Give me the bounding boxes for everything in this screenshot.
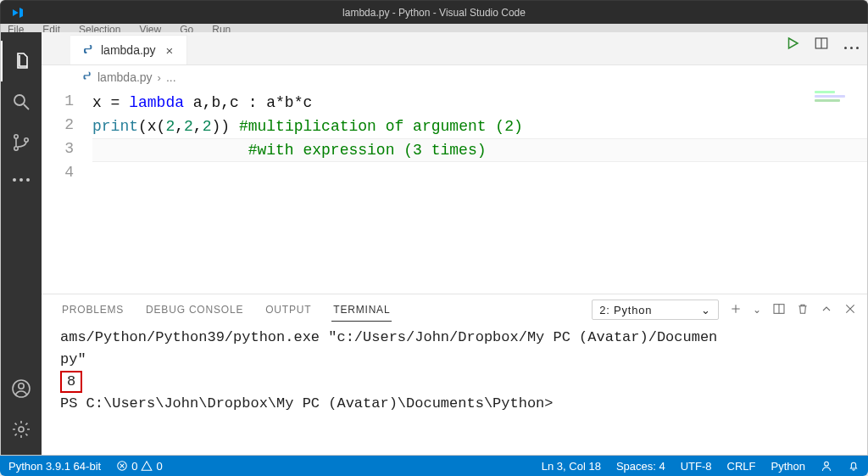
svg-point-2 — [14, 135, 18, 138]
settings-activity[interactable] — [1, 409, 42, 450]
split-terminal-button[interactable] — [772, 302, 786, 318]
tab-bar: lambda.py × — [42, 32, 867, 65]
chevron-right-icon: › — [158, 71, 161, 84]
breadcrumb-ellipsis: ... — [166, 70, 176, 84]
terminal-line: py" — [60, 351, 86, 367]
menu-bar: FileEditSelectionViewGoRun — [0, 24, 868, 32]
terminal-select[interactable]: 2: Python ⌄ — [592, 300, 719, 320]
code-line[interactable]: x = lambda a,b,c : a*b*c — [92, 91, 867, 115]
error-icon — [116, 460, 128, 472]
status-lang[interactable]: Python — [768, 460, 809, 473]
minimap[interactable] — [815, 91, 865, 125]
menu-blur: FileEditSelectionViewGoRun — [8, 24, 231, 32]
split-icon — [814, 36, 829, 51]
tab-label: lambda.py — [101, 43, 156, 57]
svg-point-8 — [86, 46, 86, 47]
svg-point-6 — [19, 384, 24, 389]
scm-activity[interactable] — [1, 122, 42, 163]
status-warnings-count: 0 — [156, 460, 162, 473]
vscode-logo-icon — [11, 6, 25, 20]
kill-terminal-button[interactable] — [796, 302, 810, 318]
panel-tab-output[interactable]: OUTPUT — [264, 299, 313, 321]
panel-tabs: PROBLEMS DEBUG CONSOLE OUTPUT TERMINAL 2… — [42, 294, 867, 325]
svg-point-4 — [25, 138, 28, 142]
panel: PROBLEMS DEBUG CONSOLE OUTPUT TERMINAL 2… — [42, 294, 867, 455]
svg-line-1 — [24, 104, 29, 109]
status-problems[interactable]: 0 0 — [113, 460, 165, 473]
line-gutter: 1234 — [42, 89, 82, 184]
maximize-panel-button[interactable] — [820, 302, 833, 318]
status-bar: Python 3.9.1 64-bit 0 0 Ln 3, Col 18 Spa… — [0, 456, 868, 476]
status-spaces[interactable]: Spaces: 4 — [613, 460, 669, 473]
panel-tab-problems[interactable]: PROBLEMS — [60, 299, 125, 321]
svg-point-14 — [825, 462, 829, 466]
plus-icon — [729, 302, 743, 316]
tab-close-button[interactable]: × — [163, 43, 177, 58]
code-line[interactable]: print(x(2,2,2)) #multiplication of argum… — [92, 115, 867, 138]
terminal[interactable]: ams/Python/Python39/python.exe "c:/Users… — [42, 325, 867, 455]
trash-icon — [796, 302, 810, 316]
python-file-icon — [81, 43, 94, 57]
terminal-output-highlight: 8 — [60, 371, 82, 393]
status-feedback[interactable] — [817, 460, 836, 472]
status-lncol[interactable]: Ln 3, Col 18 — [538, 460, 604, 473]
close-icon — [843, 302, 857, 316]
split-editor-button[interactable] — [814, 36, 829, 54]
chevron-up-icon — [820, 302, 833, 316]
search-icon — [11, 92, 31, 112]
window-title: lambda.py - Python - Visual Studio Code — [342, 7, 526, 19]
panel-actions: 2: Python ⌄ ⌄ — [592, 300, 867, 320]
code-line[interactable]: #with expression (3 times) — [92, 138, 867, 162]
gear-icon — [11, 419, 31, 440]
account-icon — [11, 378, 31, 399]
feedback-icon — [821, 460, 832, 472]
status-errors-count: 0 — [131, 460, 137, 473]
more-editor-actions[interactable] — [843, 37, 860, 53]
main-area: lambda.py × lambda.py — [42, 32, 867, 455]
accounts-activity[interactable] — [1, 368, 42, 409]
code-column[interactable]: x = lambda a,b,c : a*b*cprint(x(2,2,2)) … — [92, 91, 867, 186]
status-python[interactable]: Python 3.9.1 64-bit — [5, 460, 104, 473]
status-eol[interactable]: CRLF — [724, 460, 760, 473]
play-icon — [785, 36, 800, 51]
chevron-down-icon: ⌄ — [701, 304, 711, 316]
svg-point-3 — [14, 147, 18, 150]
python-file-icon — [81, 70, 92, 85]
run-button[interactable] — [785, 36, 800, 54]
terminal-line: ams/Python/Python39/python.exe "c:/Users… — [60, 329, 717, 345]
status-notifications[interactable] — [844, 460, 863, 472]
panel-tab-terminal[interactable]: TERMINAL — [331, 299, 392, 322]
warning-icon — [141, 460, 153, 472]
line-number: 2 — [42, 113, 82, 137]
bell-icon — [848, 460, 860, 472]
line-number: 3 — [42, 137, 82, 160]
title-bar: lambda.py - Python - Visual Studio Code — [0, 0, 868, 24]
code-line[interactable] — [92, 162, 867, 186]
line-number: 4 — [42, 160, 82, 184]
breadcrumb-filename: lambda.py — [97, 70, 153, 84]
code-editor[interactable]: 1234 x = lambda a,b,c : a*b*cprint(x(2,2… — [42, 89, 867, 294]
editor-actions — [785, 36, 860, 54]
close-panel-button[interactable] — [843, 302, 857, 318]
vscode-window: lambda.py - Python - Visual Studio Code … — [0, 0, 868, 476]
search-activity[interactable] — [1, 81, 42, 122]
svg-point-0 — [14, 95, 25, 105]
status-encoding[interactable]: UTF-8 — [677, 460, 715, 473]
explorer-activity[interactable] — [1, 41, 42, 81]
terminal-dropdown-button[interactable]: ⌄ — [753, 304, 762, 316]
breadcrumb[interactable]: lambda.py › ... — [42, 65, 867, 89]
panel-tab-debug-console[interactable]: DEBUG CONSOLE — [144, 299, 245, 321]
split-icon — [772, 302, 786, 316]
more-activities[interactable] — [1, 163, 42, 197]
editor-tab-lambda[interactable]: lambda.py × — [70, 35, 187, 64]
new-terminal-button[interactable] — [729, 302, 743, 318]
svg-point-7 — [19, 427, 24, 432]
files-icon — [12, 51, 32, 71]
line-number: 1 — [42, 89, 82, 113]
activity-bar — [1, 32, 42, 455]
editor-body: lambda.py × lambda.py — [0, 32, 868, 456]
branch-icon — [11, 132, 31, 153]
terminal-prompt: PS C:\Users\John\Dropbox\My PC (Avatar)\… — [60, 395, 554, 412]
terminal-select-label: 2: Python — [599, 304, 652, 316]
